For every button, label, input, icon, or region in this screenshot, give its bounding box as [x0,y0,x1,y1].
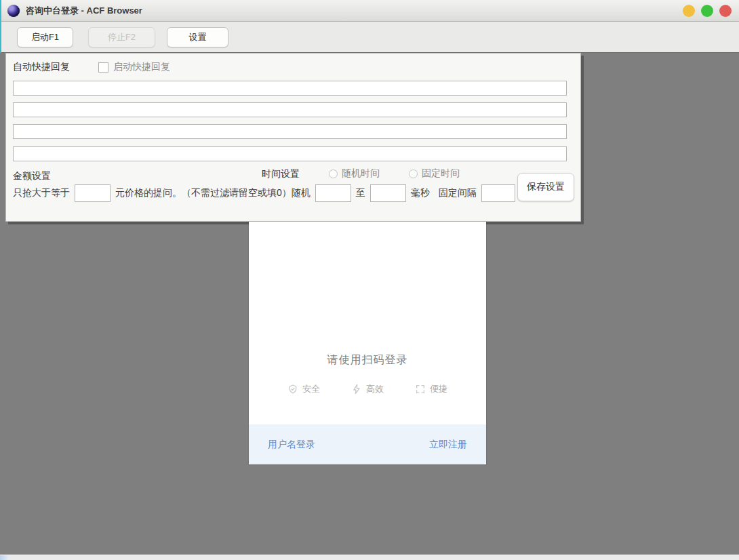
scan-login-prompt: 请使用扫码登录 [249,353,486,367]
feature-convenient: 便捷 [415,383,447,395]
stop-button: 停止F2 [88,27,155,47]
quick-reply-input-1[interactable] [13,81,567,96]
amount-prefix-label: 只抢大于等于 [13,187,70,199]
scan-frame-icon [415,384,426,395]
app-icon [7,5,20,17]
amount-time-row: 只抢大于等于 元价格的提问。（不需过滤请留空或填0） 随机 至 毫秒 固定间隔 … [13,184,539,203]
username-login-link[interactable]: 用户名登录 [268,439,315,451]
shield-check-icon [287,384,298,395]
random-time-radio-label: 随机时间 [342,167,380,180]
random-time-radio-group: 随机时间 [329,167,380,180]
enable-quick-reply-label: 启动快捷回复 [113,61,170,73]
settings-panel: 自动快捷回复 启动快捷回复 金额设置 时间设置 随机时间 固定时间 只抢大于等于… [5,53,581,222]
feature-efficient: 高效 [351,383,384,395]
quick-reply-input-3[interactable] [13,124,567,139]
quick-reply-input-4[interactable] [13,146,567,161]
random-max-input[interactable] [370,184,406,202]
amount-settings-header: 金额设置 [13,170,51,182]
fixed-time-radio-label: 固定时间 [422,167,460,180]
maximize-button[interactable] [701,5,713,17]
login-card: 请使用扫码登录 安全 高效 [249,222,486,464]
status-bar [0,555,739,560]
minimize-button[interactable] [683,5,695,17]
auto-quick-reply-title: 自动快捷回复 [13,61,70,73]
window-left-accent [0,0,1,53]
amount-input[interactable] [75,184,111,202]
fixed-interval-input[interactable] [481,184,515,202]
save-settings-button[interactable]: 保存设置 [517,173,574,201]
settings-panel-header-row: 自动快捷回复 启动快捷回复 [13,61,170,73]
start-button[interactable]: 启动F1 [17,27,73,47]
toolbar: 启动F1 停止F2 设置 [0,22,739,52]
feature-efficient-label: 高效 [366,383,384,395]
amount-suffix-label: 元价格的提问。（不需过滤请留空或填0） [115,187,292,199]
feature-row: 安全 高效 便捷 [249,383,486,395]
enable-quick-reply-checkbox[interactable] [98,62,108,73]
status-grip [0,555,12,560]
ms-label-random: 毫秒 [411,187,430,199]
feature-convenient-label: 便捷 [430,383,447,395]
register-link[interactable]: 立即注册 [429,439,467,451]
lightning-icon [351,384,362,395]
login-card-footer: 用户名登录 立即注册 [249,424,486,464]
settings-button[interactable]: 设置 [167,27,228,47]
fixed-time-radio[interactable] [409,169,418,178]
fixed-interval-label: 固定间隔 [439,187,477,199]
to-label: 至 [356,187,365,199]
random-time-radio[interactable] [329,169,338,178]
random-label: 随机 [292,187,311,199]
titlebar: 咨询中台登录 - ACF Browser [0,0,739,22]
fixed-time-radio-group: 固定时间 [409,167,460,180]
feature-safe-label: 安全 [302,383,320,395]
random-min-input[interactable] [315,184,351,202]
window-title: 咨询中台登录 - ACF Browser [26,5,142,17]
main-area: 自动快捷回复 启动快捷回复 金额设置 时间设置 随机时间 固定时间 只抢大于等于… [0,52,739,555]
time-settings-header: 时间设置 [262,168,300,180]
close-button[interactable] [719,5,732,17]
feature-safe: 安全 [287,383,320,395]
quick-reply-input-2[interactable] [13,102,567,117]
